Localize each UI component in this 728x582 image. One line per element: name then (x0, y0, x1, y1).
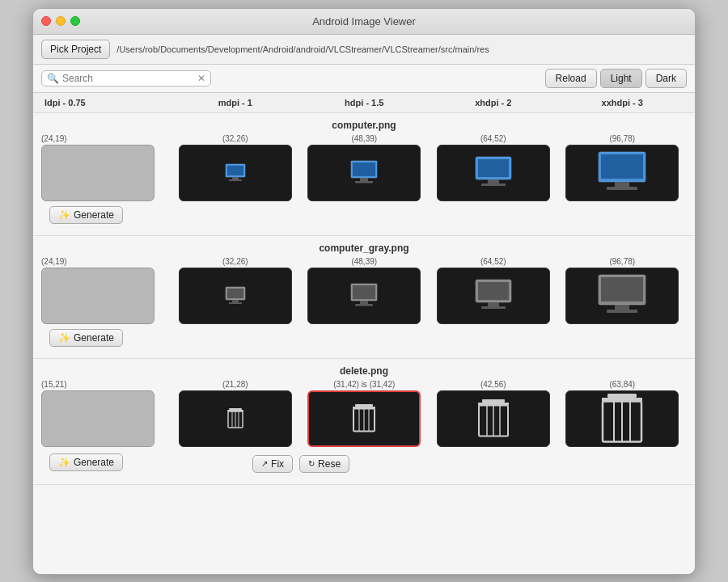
reload-button[interactable]: Reload (545, 69, 597, 88)
img-computer-ldpi[interactable] (41, 145, 154, 201)
img-computergray-hdpi[interactable] (307, 268, 421, 324)
img-computergray-xxhdpi[interactable] (565, 268, 679, 324)
img-computer-hdpi[interactable] (307, 145, 421, 201)
svg-rect-29 (601, 277, 643, 302)
generate-button-computergray[interactable]: ✨ Generate (49, 329, 123, 347)
minimize-button[interactable] (56, 16, 66, 26)
img-delete-xhdpi[interactable] (437, 390, 550, 447)
cell-delete-xhdpi: (42,56) (429, 380, 558, 447)
col-header-hdpi: hdpi - 1.5 (300, 98, 430, 108)
svg-rect-31 (607, 310, 637, 313)
svg-rect-7 (355, 181, 373, 183)
generate-button-computer[interactable]: ✨ Generate (49, 206, 123, 224)
cell-computer-xhdpi: (64,52) (429, 134, 558, 201)
cell-delete-ldpi: (15,21) (41, 380, 171, 447)
size-computergray-xhdpi: (64,52) (480, 257, 506, 266)
toolbar: Pick Project /Users/rob/Documents/Develo… (33, 35, 695, 65)
cell-computergray-ldpi: (24,19) (41, 257, 171, 324)
size-computer-mdpi: (32,26) (222, 134, 248, 143)
pick-project-button[interactable]: Pick Project (41, 40, 110, 59)
img-delete-ldpi[interactable] (41, 390, 154, 447)
maximize-button[interactable] (70, 16, 80, 26)
img-computergray-ldpi[interactable] (41, 268, 154, 324)
group-computer: computer.png (24,19) (32,26) (33, 113, 695, 236)
svg-rect-50 (607, 394, 637, 398)
generate-row-computergray: ✨ Generate (41, 324, 687, 348)
cell-computergray-xhdpi: (64,52) (429, 257, 558, 324)
reset-button[interactable]: ↻ Rese (299, 455, 349, 473)
svg-rect-23 (355, 304, 373, 306)
svg-rect-9 (478, 159, 509, 177)
search-clear-icon[interactable]: ✕ (197, 73, 205, 84)
size-delete-ldpi: (15,21) (41, 380, 67, 389)
img-delete-mdpi[interactable] (179, 390, 292, 447)
fix-icon: ↗ (261, 459, 268, 468)
svg-rect-3 (229, 179, 242, 181)
cell-delete-mdpi: (21,28) (171, 380, 300, 447)
size-computergray-mdpi: (32,26) (222, 257, 248, 266)
svg-rect-5 (353, 162, 375, 176)
search-input[interactable] (62, 73, 184, 84)
cell-computer-ldpi: (24,19) (41, 134, 171, 201)
svg-rect-1 (227, 166, 243, 175)
svg-rect-13 (601, 154, 643, 179)
svg-rect-11 (481, 183, 506, 186)
img-computer-mdpi[interactable] (179, 145, 292, 201)
svg-rect-17 (227, 289, 243, 298)
col-header-mdpi: mdpi - 1 (171, 98, 300, 108)
img-computergray-mdpi[interactable] (179, 268, 292, 324)
svg-rect-18 (232, 300, 239, 302)
generate-icon: ✨ (58, 209, 70, 221)
search-bar: 🔍 ✕ Reload Light Dark (33, 65, 695, 93)
img-delete-hdpi[interactable] (307, 390, 421, 447)
svg-rect-44 (482, 399, 505, 403)
svg-rect-10 (488, 179, 499, 183)
close-button[interactable] (41, 16, 51, 26)
svg-rect-27 (481, 306, 506, 309)
img-computer-xhdpi[interactable] (437, 145, 550, 201)
svg-rect-25 (478, 282, 509, 300)
size-computer-ldpi: (24,19) (41, 134, 67, 143)
svg-rect-32 (229, 408, 242, 410)
size-delete-hdpi: (31,42) is (31,42) (333, 380, 395, 389)
fix-button[interactable]: ↗ Fix (252, 455, 293, 473)
cell-computer-hdpi: (48,39) (300, 134, 430, 201)
right-buttons: Reload Light Dark (545, 69, 687, 88)
img-computergray-xhdpi[interactable] (437, 268, 550, 324)
generate-icon-2: ✨ (58, 332, 70, 344)
window-title: Android Image Viewer (312, 15, 416, 27)
size-computer-xxhdpi: (96,78) (609, 134, 635, 143)
size-delete-xxhdpi: (63,84) (609, 380, 635, 389)
svg-rect-2 (232, 177, 239, 179)
col-header-ldpi: ldpi - 0.75 (41, 98, 171, 108)
svg-rect-26 (488, 302, 499, 306)
group-delete: delete.png (15,21) (21,28) (33, 359, 695, 485)
cell-computergray-mdpi: (32,26) (171, 257, 300, 324)
app-window: Android Image Viewer Pick Project /Users… (32, 8, 696, 575)
svg-rect-14 (615, 182, 629, 187)
col-header-xhdpi: xhdpi - 2 (429, 98, 558, 108)
size-computergray-ldpi: (24,19) (41, 257, 67, 266)
project-path: /Users/rob/Documents/Development/Android… (116, 44, 687, 54)
size-computer-xhdpi: (64,52) (480, 134, 506, 143)
size-delete-xhdpi: (42,56) (480, 380, 506, 389)
size-computergray-hdpi: (48,39) (351, 257, 377, 266)
generate-button-delete[interactable]: ✨ Generate (49, 453, 123, 471)
dark-button[interactable]: Dark (645, 69, 687, 88)
img-computer-xxhdpi[interactable] (565, 145, 679, 201)
group-delete-title: delete.png (41, 365, 687, 377)
light-button[interactable]: Light (600, 69, 642, 88)
column-headers: ldpi - 0.75 mdpi - 1 hdpi - 1.5 xhdpi - … (33, 93, 695, 113)
search-wrap: 🔍 ✕ (41, 70, 211, 86)
generate-row-computer: ✨ Generate (41, 201, 687, 226)
svg-rect-6 (360, 178, 368, 181)
cell-computer-xxhdpi: (96,78) (558, 134, 688, 201)
traffic-lights (41, 16, 80, 26)
cell-delete-hdpi: (31,42) is (31,42) (300, 380, 430, 447)
svg-rect-30 (615, 305, 629, 310)
svg-rect-15 (607, 187, 637, 190)
cell-computer-mdpi: (32,26) (171, 134, 300, 201)
size-computer-hdpi: (48,39) (351, 134, 377, 143)
img-delete-xxhdpi[interactable] (565, 390, 679, 447)
group-computer-title: computer.png (41, 120, 687, 131)
